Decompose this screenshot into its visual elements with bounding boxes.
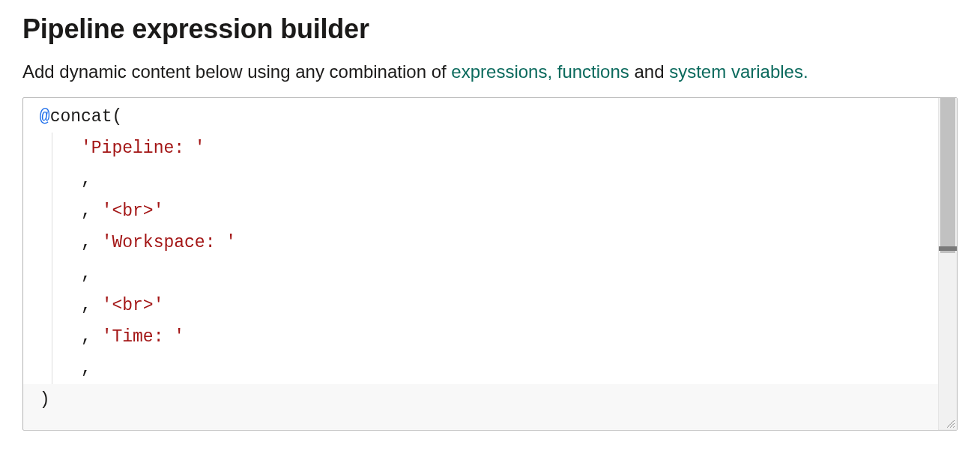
scrollbar-thumb[interactable] xyxy=(940,98,955,253)
page-title: Pipeline expression builder xyxy=(22,13,958,45)
desc-prefix: Add dynamic content below using any comb… xyxy=(22,61,451,82)
link-system-variables[interactable]: system variables. xyxy=(669,61,808,82)
scrollbar-marker xyxy=(939,246,957,251)
code-line[interactable]: 'Pipeline: ' xyxy=(29,133,934,164)
description-text: Add dynamic content below using any comb… xyxy=(22,61,958,82)
code-line[interactable]: @concat( xyxy=(29,101,934,133)
code-line[interactable]: , 'Time: ' xyxy=(29,321,934,353)
code-line[interactable]: , 'Workspace: ' xyxy=(29,227,934,258)
code-line[interactable]: , '<br>' xyxy=(29,195,934,227)
editor-content[interactable]: @concat( 'Pipeline: ' , , '<br>' , 'Work… xyxy=(23,98,939,416)
link-functions[interactable]: functions xyxy=(557,61,629,82)
expression-editor[interactable]: @concat( 'Pipeline: ' , , '<br>' , 'Work… xyxy=(22,97,958,431)
code-line[interactable]: , xyxy=(29,258,934,290)
code-line[interactable]: , xyxy=(29,164,934,195)
code-line[interactable]: , xyxy=(29,353,934,384)
editor-viewport[interactable]: @concat( 'Pipeline: ' , , '<br>' , 'Work… xyxy=(23,98,939,430)
desc-mid: and xyxy=(629,61,669,82)
code-line[interactable]: ) xyxy=(29,384,934,416)
code-line[interactable]: , '<br>' xyxy=(29,290,934,321)
vertical-scrollbar[interactable] xyxy=(938,98,957,430)
link-expressions[interactable]: expressions, xyxy=(451,61,552,82)
